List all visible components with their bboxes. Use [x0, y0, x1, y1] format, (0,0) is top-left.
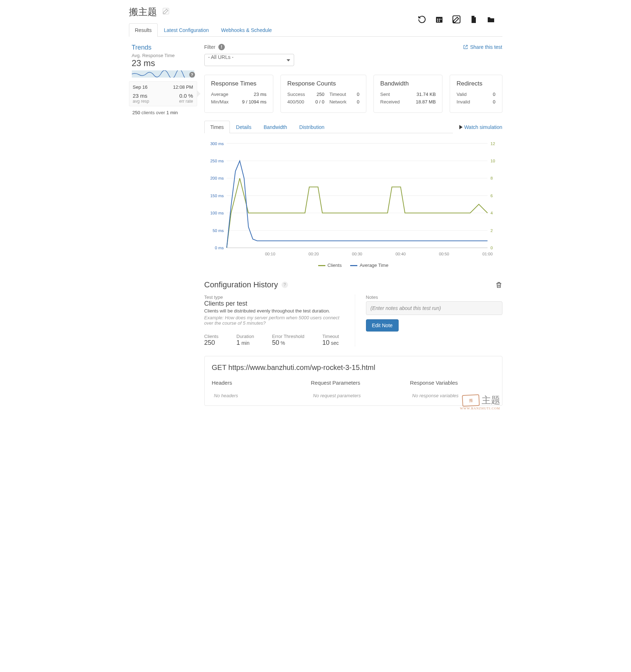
- duration-label: Duration: [236, 334, 254, 339]
- vars-empty: No response variables: [410, 393, 495, 398]
- file-icon[interactable]: [469, 15, 478, 24]
- svg-text:01:00: 01:00: [482, 252, 493, 256]
- svg-text:150 ms: 150 ms: [210, 194, 224, 198]
- svg-rect-4: [439, 19, 440, 20]
- svg-rect-3: [437, 19, 438, 20]
- test-type-example: Example: How does my server perform when…: [204, 315, 344, 326]
- tab-webhooks[interactable]: Webhooks & Schedule: [215, 23, 278, 37]
- notes-label: Notes: [366, 295, 502, 300]
- run-date: Sep 16: [133, 84, 148, 90]
- svg-rect-0: [163, 8, 169, 14]
- edit-icon[interactable]: [452, 15, 461, 24]
- run-card[interactable]: Sep 16 12:08 PM 23 ms 0.0 % avg resp err…: [129, 81, 197, 106]
- svg-text:4: 4: [490, 211, 493, 215]
- filter-label: Filter: [204, 44, 215, 50]
- tab-times[interactable]: Times: [204, 121, 230, 133]
- card-bandwidth: Bandwidth Sent31.74 KB Received18.87 MB: [374, 75, 443, 113]
- clients-value: 250: [204, 339, 219, 347]
- run-summary: 250 clients over 1 min: [129, 106, 197, 119]
- card-response-times: Response Times Average23 ms Min/Max9 / 1…: [204, 75, 274, 113]
- tab-bandwidth-chart[interactable]: Bandwidth: [257, 121, 293, 133]
- svg-text:0: 0: [490, 246, 492, 250]
- main-tabs: Results Latest Configuration Webhooks & …: [129, 23, 502, 37]
- svg-rect-2: [436, 17, 442, 18]
- play-icon: [459, 125, 463, 129]
- svg-text:300 ms: 300 ms: [210, 142, 224, 146]
- trends-subtitle: Avg. Response Time: [129, 51, 197, 58]
- card-title: Response Counts: [287, 80, 359, 87]
- test-type-desc: Clients will be distributed evenly throu…: [204, 308, 344, 314]
- svg-text:00:50: 00:50: [439, 252, 449, 256]
- headers-title: Headers: [212, 380, 297, 386]
- svg-text:0 ms: 0 ms: [215, 246, 224, 250]
- notes-field[interactable]: (Enter notes about this test run): [366, 301, 502, 315]
- duration-value: 1: [236, 339, 240, 346]
- trends-title[interactable]: Trends: [129, 44, 197, 51]
- watch-simulation-link[interactable]: Watch simulation: [459, 124, 502, 130]
- request-card: GET https://www.banzhuti.com/wp-rocket-3…: [204, 356, 502, 406]
- timeout-value: 10: [322, 339, 329, 346]
- refresh-icon[interactable]: [418, 15, 426, 24]
- chevron-right-icon: [197, 90, 200, 97]
- svg-text:6: 6: [490, 194, 492, 198]
- card-title: Response Times: [211, 80, 267, 87]
- error-threshold-label: Error Threshold: [272, 334, 304, 339]
- info-icon[interactable]: !: [218, 44, 225, 50]
- tab-config[interactable]: Latest Configuration: [158, 23, 215, 37]
- headers-empty: No headers: [212, 393, 297, 398]
- help-icon[interactable]: ?: [189, 72, 195, 78]
- edit-note-button[interactable]: Edit Note: [366, 319, 399, 332]
- svg-text:200 ms: 200 ms: [210, 176, 224, 180]
- svg-rect-5: [441, 19, 441, 20]
- share-link[interactable]: Share this test: [463, 44, 502, 50]
- legend-clients: Clients: [318, 263, 342, 268]
- tab-details[interactable]: Details: [230, 121, 257, 133]
- config-history-title: Configuration History ?: [204, 280, 288, 289]
- run-err-label: err rate: [179, 99, 193, 104]
- clients-label: Clients: [204, 334, 219, 339]
- trash-icon[interactable]: [495, 281, 502, 289]
- card-title: Redirects: [456, 80, 495, 87]
- svg-text:250 ms: 250 ms: [210, 159, 224, 163]
- trends-value: 23 ms: [129, 58, 197, 70]
- run-time: 12:08 PM: [173, 84, 193, 90]
- help-icon[interactable]: ?: [282, 282, 288, 288]
- svg-text:100 ms: 100 ms: [210, 211, 224, 215]
- svg-text:10: 10: [490, 159, 495, 163]
- test-type-value: Clients per test: [204, 300, 344, 307]
- svg-text:00:10: 00:10: [265, 252, 275, 256]
- page-title: 搬主题: [129, 6, 157, 18]
- run-avg: 23 ms: [133, 93, 148, 99]
- vars-title: Response Variables: [410, 380, 495, 386]
- edit-title-icon[interactable]: [162, 7, 170, 17]
- svg-text:12: 12: [490, 142, 495, 146]
- svg-text:00:30: 00:30: [352, 252, 362, 256]
- request-line: GET https://www.banzhuti.com/wp-rocket-3…: [212, 363, 495, 372]
- url-filter-select[interactable]: - All URLs -: [204, 54, 294, 66]
- card-response-counts: Response Counts Success250 Timeout0 400/…: [280, 75, 366, 113]
- run-avg-label: avg resp: [133, 99, 149, 104]
- params-empty: No request parameters: [311, 393, 396, 398]
- test-type-label: Test type: [204, 295, 344, 300]
- params-title: Request Parameters: [311, 380, 396, 386]
- chart-tabs: Times Details Bandwidth Distribution: [204, 121, 453, 133]
- svg-text:8: 8: [490, 176, 492, 180]
- svg-text:50 ms: 50 ms: [212, 228, 223, 233]
- svg-text:00:20: 00:20: [308, 252, 319, 256]
- calendar-icon[interactable]: [435, 15, 444, 24]
- chart: 0 ms50 ms100 ms150 ms200 ms250 ms300 ms0…: [204, 138, 502, 268]
- card-redirects: Redirects Valid0 Invalid0: [450, 75, 502, 113]
- folder-icon[interactable]: [487, 15, 495, 24]
- svg-rect-7: [439, 20, 440, 22]
- run-err: 0.0 %: [179, 93, 193, 99]
- url-filter-value: - All URLs -: [208, 54, 234, 60]
- card-title: Bandwidth: [380, 80, 436, 87]
- trends-sparkline: ?: [132, 70, 194, 78]
- tab-results[interactable]: Results: [129, 23, 158, 37]
- svg-text:2: 2: [490, 228, 492, 233]
- svg-rect-6: [437, 20, 438, 22]
- tab-distribution[interactable]: Distribution: [293, 121, 330, 133]
- legend-avg: Average Time: [350, 263, 388, 268]
- timeout-label: Timeout: [322, 334, 339, 339]
- error-threshold-value: 50: [272, 339, 279, 346]
